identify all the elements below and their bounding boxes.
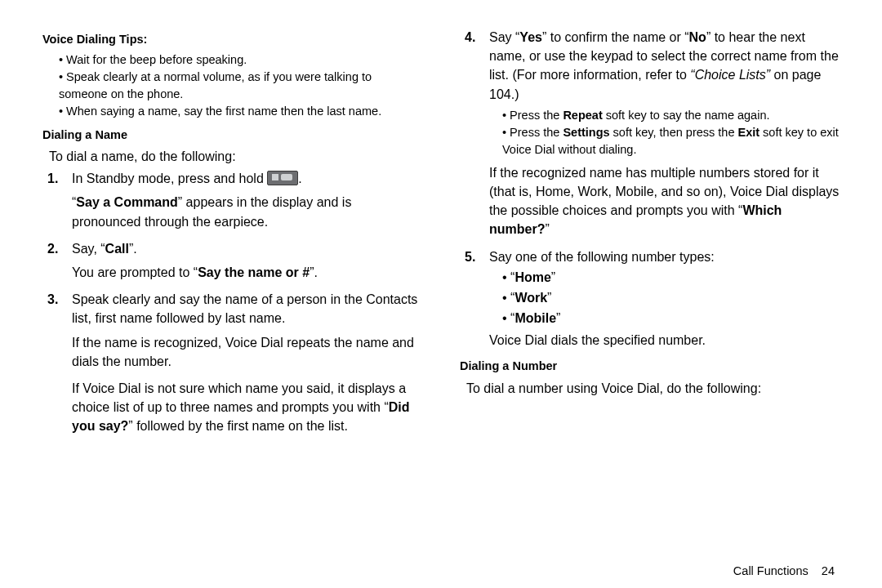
footer-section: Call Functions: [733, 564, 808, 577]
steps-list-left: 1. In Standby mode, press and hold . “Sa…: [42, 169, 422, 435]
tips-list: Wait for the beep before speaking. Speak…: [42, 51, 422, 120]
dialing-number-intro: To dial a number using Voice Dial, do th…: [466, 379, 840, 398]
sub-item-settings-exit: Press the Settings soft key, then press …: [502, 124, 840, 158]
step-1-para: “Say a Command” appears in the display a…: [72, 193, 422, 230]
footer-page-number: 24: [822, 564, 835, 577]
option-work: “Work”: [502, 288, 840, 307]
left-column: Voice Dialing Tips: Wait for the beep be…: [42, 24, 422, 555]
step-5-post: Voice Dial dials the specified number.: [489, 331, 840, 350]
step-2-para: You are prompted to “Say the name or #”.: [72, 263, 422, 282]
step-3-para-1: If the name is recognized, Voice Dial re…: [72, 333, 422, 371]
step-3: 3. Speak clearly and say the name of a p…: [72, 290, 422, 435]
steps-list-right: 4. Say “Yes” to confirm the name or “No”…: [460, 28, 840, 350]
option-home: “Home”: [502, 268, 840, 287]
step-4: 4. Say “Yes” to confirm the name or “No”…: [489, 28, 840, 239]
heading-voice-dialing-tips: Voice Dialing Tips:: [42, 31, 422, 48]
step-5-text: Say one of the following number types:: [489, 250, 715, 264]
step-3-para-2: If Voice Dial is not sure which name you…: [72, 379, 422, 436]
step-4-sublist: Press the Repeat soft key to say the nam…: [489, 107, 840, 158]
number-types-list: “Home” “Work” “Mobile”: [489, 268, 840, 328]
tip-item: When saying a name, say the first name t…: [59, 103, 422, 120]
step-1: 1. In Standby mode, press and hold . “Sa…: [72, 169, 422, 231]
step-2: 2. Say, “Call”. You are prompted to “Say…: [72, 239, 422, 282]
step-1-text-end: .: [298, 172, 301, 185]
step-1-text: In Standby mode, press and hold: [72, 172, 267, 185]
heading-dialing-a-number: Dialing a Number: [460, 358, 840, 375]
dialing-name-intro: To dial a name, do the following:: [49, 147, 422, 166]
step-4-para: If the recognized name has multiple numb…: [489, 163, 840, 239]
option-mobile: “Mobile”: [502, 309, 840, 327]
tip-item: Speak clearly at a normal volume, as if …: [59, 69, 422, 103]
right-column: 4. Say “Yes” to confirm the name or “No”…: [460, 24, 840, 555]
sub-item-repeat: Press the Repeat soft key to say the nam…: [502, 107, 840, 124]
step-3-text: Speak clearly and say the name of a pers…: [72, 292, 417, 325]
tip-item: Wait for the beep before speaking.: [59, 51, 422, 69]
step-5: 5. Say one of the following number types…: [489, 247, 840, 350]
page-footer: Call Functions 24: [42, 563, 840, 580]
heading-dialing-a-name: Dialing a Name: [42, 127, 422, 144]
standby-key-icon: [267, 171, 298, 185]
